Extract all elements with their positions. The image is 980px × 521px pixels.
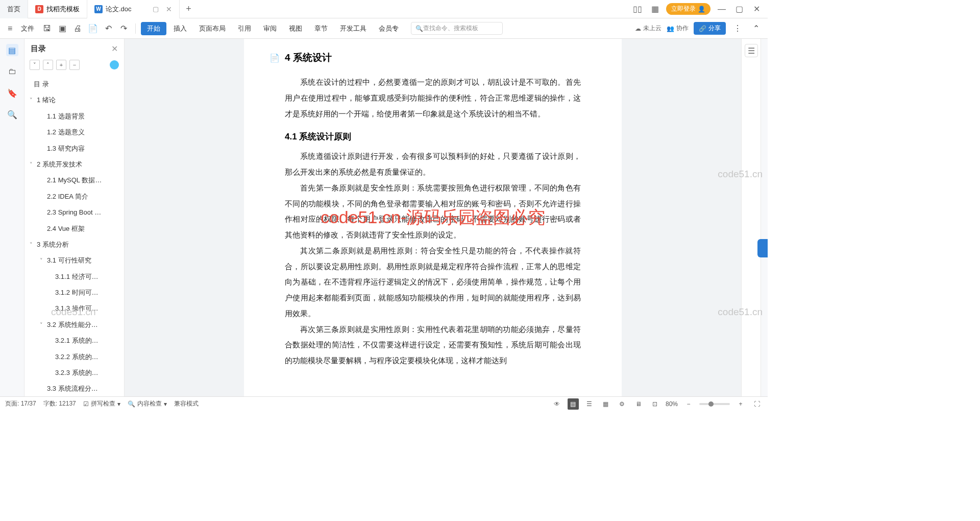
menu-layout[interactable]: 页面布局 <box>194 18 231 39</box>
tree-item[interactable]: 1.2 选题意义 <box>24 124 124 140</box>
left-rail: ▤ 🗀 🔖 🔍 <box>0 39 24 396</box>
document-page[interactable]: 📄 4 系统设计 系统在设计的过程中，必然要遵循一定的原则才可以，胡乱设计是不可… <box>244 39 622 396</box>
undo-icon[interactable]: ↶ <box>102 22 115 35</box>
spell-check[interactable]: ☑ 拼写检查 ▾ <box>83 399 120 408</box>
menu-devtool[interactable]: 开发工具 <box>335 18 372 39</box>
file-menu[interactable]: 文件 <box>17 24 38 33</box>
tree-item[interactable]: 2.4 Vue 框架 <box>24 221 124 236</box>
minimize-icon[interactable]: — <box>716 3 728 15</box>
zoom-level[interactable]: 80% <box>666 400 678 408</box>
page-view-icon[interactable]: ▤ <box>568 398 579 410</box>
cloud-button[interactable]: ☁ 未上云 <box>635 24 662 33</box>
tree-item[interactable]: 3.1.2 时间可… <box>24 285 124 300</box>
preview-icon[interactable]: 📄 <box>86 22 100 35</box>
tree-item[interactable]: ˅2 系统开发技术 <box>24 156 124 172</box>
tree-item[interactable]: 3.2.1 系统的… <box>24 333 124 348</box>
fullscreen-icon[interactable]: ⛶ <box>751 398 763 410</box>
tree-item[interactable]: 3.2.3 系统的… <box>24 365 124 381</box>
file-rail-icon[interactable]: 🗀 <box>6 65 18 78</box>
add-icon[interactable]: + <box>56 60 66 70</box>
share-button[interactable]: 🔗 分享 <box>694 22 726 35</box>
side-tab[interactable] <box>757 239 768 257</box>
menu-start[interactable]: 开始 <box>141 22 166 35</box>
menu-view[interactable]: 视图 <box>284 18 307 39</box>
menu-member[interactable]: 会员专 <box>374 18 404 39</box>
tree-item[interactable]: ˅1 绪论 <box>24 92 124 108</box>
tab-document[interactable]: W论文.doc▢✕ <box>87 0 180 18</box>
tab-label: 找稻壳模板 <box>46 5 80 14</box>
tab-home[interactable]: 首页 <box>0 0 28 18</box>
zoom-in-icon[interactable]: + <box>735 398 746 410</box>
window-icon[interactable]: ▢ <box>153 5 159 13</box>
avatar-icon: 👤 <box>698 6 705 13</box>
tree-item[interactable]: 2.2 IDEA 简介 <box>24 188 124 204</box>
quick-icon[interactable]: ▣ <box>56 22 69 35</box>
redo-icon[interactable]: ↷ <box>117 22 130 35</box>
collab-button[interactable]: 👥 协作 <box>667 24 689 33</box>
workspace: ▤ 🗀 🔖 🔍 目录 ✕ ˅ ˄ + − 目 录 ˅1 绪论1.1 选题背景1.… <box>0 39 768 396</box>
more-icon[interactable]: ⋮ <box>731 22 744 35</box>
outline-rail-icon[interactable]: ▤ <box>6 44 18 56</box>
outline-view-icon[interactable]: ☰ <box>584 398 595 410</box>
web-view-icon[interactable]: ▦ <box>600 398 611 410</box>
maximize-icon[interactable]: ▢ <box>733 3 745 15</box>
collapse-all-icon[interactable]: ˅ <box>30 60 40 70</box>
statusbar: 页面: 17/37 字数: 12137 ☑ 拼写检查 ▾ 🔍 内容检查 ▾ 兼容… <box>0 396 768 411</box>
tree-root[interactable]: 目 录 <box>24 76 124 92</box>
tree-item[interactable]: 3.2.2 系统的… <box>24 349 124 365</box>
compat-mode[interactable]: 兼容模式 <box>174 399 199 408</box>
tree-item[interactable]: 1.1 选题背景 <box>24 108 124 124</box>
menubar-right: ☁ 未上云 👥 协作 🔗 分享 ⋮ ⌃ <box>635 22 763 35</box>
tree-item[interactable]: 3.3 系统流程分… <box>24 381 124 396</box>
tree-item[interactable]: ˅3 系统分析 <box>24 236 124 252</box>
right-panel-icon[interactable]: ☰ <box>745 44 758 57</box>
outline-close-icon[interactable]: ✕ <box>111 44 118 54</box>
menu-chapter[interactable]: 章节 <box>309 18 333 39</box>
tree-item[interactable]: ˅3.1 可行性研究 <box>24 252 124 268</box>
bookmark-rail-icon[interactable]: 🔖 <box>6 87 18 99</box>
zoom-out-icon[interactable]: − <box>683 398 694 410</box>
read-mode-icon[interactable]: 👁 <box>551 398 562 410</box>
content-check[interactable]: 🔍 内容检查 ▾ <box>128 399 167 408</box>
menu-ref[interactable]: 引用 <box>233 18 256 39</box>
tree-item[interactable]: 2.3 Spring Boot … <box>24 204 124 220</box>
search-input[interactable]: 🔍 查找命令、搜索模板 <box>411 22 503 35</box>
collapse-icon[interactable]: ⌃ <box>749 22 763 35</box>
tree-item[interactable]: 2.1 MySQL 数据… <box>24 172 124 188</box>
tree-item[interactable]: 1.3 研究内容 <box>24 140 124 156</box>
outline-toolbar: ˅ ˄ + − <box>24 58 124 74</box>
remove-icon[interactable]: − <box>69 60 80 70</box>
tab-label: 论文.doc <box>106 5 132 14</box>
outline-tree: 目 录 ˅1 绪论1.1 选题背景1.2 选题意义1.3 研究内容˅2 系统开发… <box>24 74 124 396</box>
save-icon[interactable]: 🖫 <box>40 22 54 35</box>
heading-2: 4 系统设计 <box>285 51 581 64</box>
print-icon[interactable]: 🖨 <box>71 22 84 35</box>
close-window-icon[interactable]: ✕ <box>750 3 763 15</box>
menu-insert[interactable]: 插入 <box>168 18 192 39</box>
layout-icon[interactable]: ▯▯ <box>631 3 644 15</box>
zoom-slider[interactable] <box>699 403 730 405</box>
close-tab-icon[interactable]: ✕ <box>166 5 172 13</box>
new-tab-button[interactable]: + <box>180 0 198 18</box>
paragraph: 系统遵循设计原则进行开发，会有很多可以预料到的好处，只要遵循了设计原则，那么开发… <box>285 149 581 180</box>
display-icon[interactable]: 🖥 <box>633 398 644 410</box>
tree-item[interactable]: ˅3.2 系统性能分… <box>24 317 124 333</box>
apps-icon[interactable]: ▦ <box>649 3 661 15</box>
scrollbar-strip[interactable] <box>761 39 768 396</box>
word-count[interactable]: 字数: 12137 <box>43 399 76 408</box>
hamburger-icon[interactable]: ≡ <box>5 24 15 33</box>
login-button[interactable]: 立即登录👤 <box>666 3 710 15</box>
tree-item[interactable]: 3.1.1 经济可… <box>24 269 124 285</box>
titlebar: 首页 D找稻壳模板 W论文.doc▢✕ + ▯▯ ▦ 立即登录👤 — ▢ ✕ <box>0 0 768 18</box>
zoom-fit-icon[interactable]: ⊡ <box>649 398 660 410</box>
tab-template[interactable]: D找稻壳模板 <box>28 0 87 18</box>
tool-icon[interactable]: ⚙ <box>617 398 628 410</box>
page-indicator[interactable]: 页面: 17/37 <box>5 399 36 408</box>
menu-review[interactable]: 审阅 <box>258 18 282 39</box>
template-icon: D <box>35 5 43 13</box>
tree-item[interactable]: 3.1.3 操作可… <box>24 300 124 316</box>
expand-all-icon[interactable]: ˄ <box>43 60 53 70</box>
separator <box>135 23 136 34</box>
sync-icon[interactable] <box>110 60 119 69</box>
search-rail-icon[interactable]: 🔍 <box>6 108 18 121</box>
